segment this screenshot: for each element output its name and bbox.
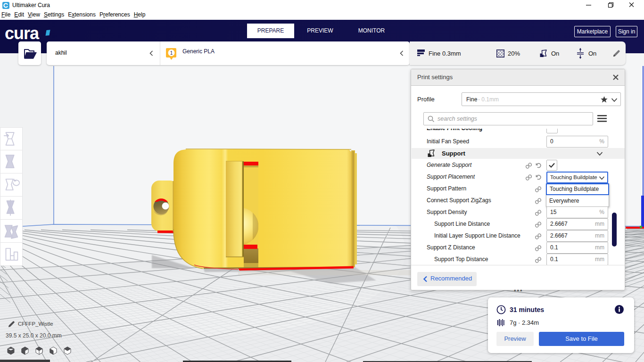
svg-text:1: 1	[170, 50, 173, 56]
